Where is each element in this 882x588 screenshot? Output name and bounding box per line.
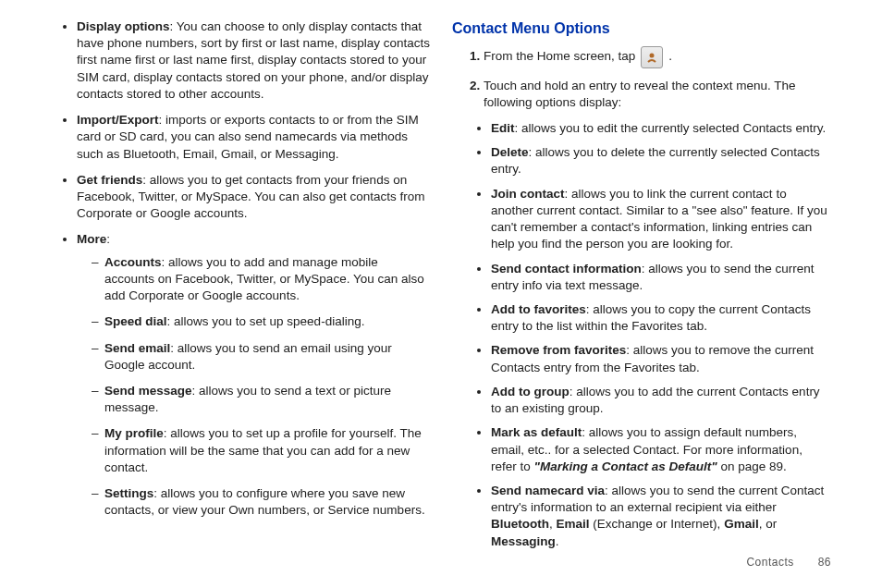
t: Gmail bbox=[724, 517, 759, 531]
list-item-send-namecard: Send namecard via: allows you to send th… bbox=[491, 483, 831, 550]
t: , bbox=[549, 517, 557, 531]
step-1: From the Home screen, tap . bbox=[484, 46, 831, 68]
item-label: Add to group bbox=[491, 385, 570, 398]
footer-page-number: 86 bbox=[818, 556, 831, 569]
item-label: Edit bbox=[491, 121, 515, 135]
cross-ref-link: "Marking a Contact as Default" bbox=[534, 459, 717, 473]
footer-section: Contacts bbox=[746, 556, 793, 569]
page-footer: Contacts 86 bbox=[0, 555, 882, 579]
t: Email bbox=[557, 517, 590, 531]
item-label: Delete bbox=[491, 145, 529, 159]
list-item: Display options: You can choose to only … bbox=[77, 18, 430, 103]
steps-list: From the Home screen, tap . Touch and ho… bbox=[452, 46, 831, 111]
list-item: Speed dial: allows you to set up speed-d… bbox=[92, 313, 430, 330]
item-text: : allows you to set up speed-dialing. bbox=[167, 314, 365, 328]
t: , or bbox=[759, 517, 778, 531]
list-item: Delete: allows you to delete the current… bbox=[491, 144, 831, 178]
list-item-more: More: Accounts: allows you to add and ma… bbox=[77, 231, 430, 519]
item-label: Send email bbox=[104, 341, 170, 355]
t: . bbox=[556, 534, 559, 548]
list-item: Add to group: allows you to add the curr… bbox=[491, 384, 831, 417]
list-item: Send email: allows you to send an email … bbox=[92, 340, 430, 374]
list-item: Accounts: allows you to add and manage m… bbox=[92, 254, 430, 305]
item-label: Get friends bbox=[77, 173, 142, 187]
item-text: : allows you to edit the currently selec… bbox=[515, 121, 827, 135]
item-label: Settings bbox=[104, 486, 153, 500]
list-item: Join contact: allows you to link the cur… bbox=[491, 186, 831, 253]
item-label: Remove from favorites bbox=[491, 343, 626, 357]
t: Messaging bbox=[491, 534, 556, 548]
item-label: Add to favorites bbox=[491, 302, 586, 316]
item-text: : allows you to delete the currently sel… bbox=[491, 145, 820, 176]
list-item: Send contact information: allows you to … bbox=[491, 261, 831, 294]
more-label: More bbox=[77, 232, 106, 246]
item-label: Send contact information bbox=[491, 262, 642, 276]
t: (Exchange or Internet), bbox=[590, 517, 725, 531]
mark-default-post: on page 89. bbox=[717, 459, 787, 473]
item-label: Send message bbox=[104, 384, 192, 398]
list-item-mark-default: Mark as default: allows you to assign de… bbox=[491, 424, 831, 475]
item-label: My profile bbox=[104, 426, 164, 440]
step2-text: Touch and hold an entry to reveal the co… bbox=[484, 79, 795, 109]
contacts-home-icon bbox=[641, 46, 663, 68]
step1-post: . bbox=[668, 48, 672, 65]
step-2: Touch and hold an entry to reveal the co… bbox=[484, 78, 831, 111]
list-item: Get friends: allows you to get contacts … bbox=[77, 172, 430, 223]
list-item: Settings: allows you to configure where … bbox=[92, 485, 430, 519]
list-item: Send message: allows you to send a text … bbox=[92, 383, 430, 416]
right-column: Contact Menu Options From the Home scree… bbox=[441, 18, 831, 545]
options-list: Edit: allows you to edit the currently s… bbox=[452, 120, 831, 550]
item-label: Mark as default bbox=[491, 425, 582, 439]
left-bullet-list: Display options: You can choose to only … bbox=[51, 18, 430, 519]
item-label: Display options bbox=[77, 19, 170, 33]
list-item: Edit: allows you to edit the currently s… bbox=[491, 120, 831, 137]
item-label: Speed dial bbox=[104, 314, 167, 328]
step1-pre: From the Home screen, tap bbox=[484, 48, 635, 65]
item-label: Join contact bbox=[491, 187, 565, 201]
left-column: Display options: You can choose to only … bbox=[51, 18, 441, 545]
item-label: Import/Export bbox=[77, 113, 159, 127]
more-sub-list: Accounts: allows you to add and manage m… bbox=[77, 254, 430, 520]
list-item: My profile: allows you to set up a profi… bbox=[92, 425, 430, 476]
page-body: Display options: You can choose to only … bbox=[0, 0, 882, 555]
list-item: Add to favorites: allows you to copy the… bbox=[491, 301, 831, 335]
item-label: Accounts bbox=[104, 255, 162, 269]
list-item: Import/Export: imports or exports contac… bbox=[77, 112, 430, 163]
t: Bluetooth bbox=[491, 517, 549, 531]
section-heading: Contact Menu Options bbox=[452, 18, 831, 39]
svg-point-0 bbox=[650, 53, 655, 57]
item-label: Send namecard via bbox=[491, 484, 605, 497]
list-item: Remove from favorites: allows you to rem… bbox=[491, 342, 831, 375]
